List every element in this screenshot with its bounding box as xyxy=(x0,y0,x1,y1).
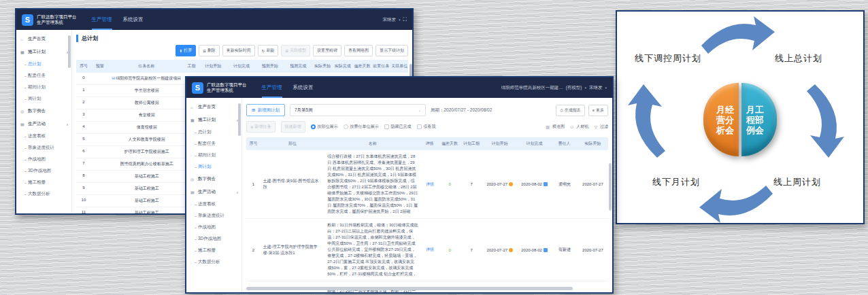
button-icon: ⊟ xyxy=(203,49,206,53)
week-select[interactable]: 7月第5周 ⌄ xyxy=(290,104,426,116)
sidebar-item[interactable]: 作战地图 xyxy=(16,154,71,165)
sidebar-item[interactable]: ▤ 生产活动 ∧ xyxy=(16,118,71,131)
sidebar-item[interactable]: 大数据分析 xyxy=(186,256,241,268)
sidebar-item[interactable]: 3D作战地图 xyxy=(16,165,71,177)
sidebar-item[interactable]: 周计划 xyxy=(16,93,71,105)
sidebar-item-label: 总计划 xyxy=(198,129,212,135)
table-row[interactable]: 2 土建-理工学院与护理学院教学楼-第3层-流水段1 粉刷：31日外墙粉刷完成，… xyxy=(246,219,608,281)
sidebar-item[interactable]: 进度看板 xyxy=(186,198,241,210)
sidebar-item-label: 3D作战地图 xyxy=(28,168,51,174)
funnel-icon: ▽ xyxy=(594,124,597,129)
sidebar-item[interactable]: ▤ 生产活动 ∧ xyxy=(186,186,241,198)
toolbar-button[interactable]: ↻ 刷新 xyxy=(258,45,279,56)
table-row[interactable]: 1 土建-图书馆-第9层-图书馆流水段 综合楼行政楼：27日 东单体机房层浇筑完… xyxy=(246,150,608,219)
toolbar-button[interactable]: 设置里程碑 xyxy=(313,45,341,56)
sidebar-item[interactable]: ⌂ 生产首页 xyxy=(16,33,71,46)
column-header: 计划开始 xyxy=(482,137,517,150)
fullscreen-icon[interactable]: ⛶ xyxy=(403,16,407,23)
column-header: 计划完成 xyxy=(517,137,552,150)
radio-by-unit[interactable]: 按责任单位展示 xyxy=(344,124,379,130)
sidebar-item[interactable]: 总计划 xyxy=(186,126,241,138)
column-header: 计划工期 xyxy=(461,137,482,150)
vertical-scrollbar[interactable] xyxy=(609,163,612,211)
sidebar-item[interactable]: 施工相册 xyxy=(16,177,71,188)
detail-link[interactable]: 详情 xyxy=(421,179,439,190)
cell-task-name: 人文和教育学院楼层 xyxy=(109,134,184,145)
cell-plan-finish: 2020-08-02 xyxy=(517,179,552,189)
sidebar-item[interactable]: ⌂ 生产首页 xyxy=(186,101,241,114)
toolbar-button[interactable]: ⊞ 关联模型 xyxy=(281,45,310,56)
user-menu[interactable]: 宋继发 xyxy=(589,85,603,91)
quick-add-button[interactable]: 快速新增 xyxy=(281,121,305,133)
sidebar-item-label: 3D作战地图 xyxy=(198,236,221,242)
sidebar-item[interactable]: 期间计划 xyxy=(186,150,241,161)
toolbar-button[interactable]: ⬆ 打开 xyxy=(176,45,197,56)
clock-icon xyxy=(509,182,513,186)
sidebar-item[interactable]: 进度看板 xyxy=(16,131,71,142)
sidebar-item[interactable]: 总计划 xyxy=(16,58,71,70)
detail-link[interactable]: 详情 xyxy=(421,244,439,256)
sidebar-item[interactable]: 形象进度统计 xyxy=(16,142,71,154)
horizontal-scrollbar[interactable] xyxy=(246,287,573,290)
project-selector[interactable]: 绵阳师范学院高新校区一期建… xyxy=(501,85,563,91)
sidebar-item-label: 生产活动 xyxy=(198,189,216,195)
new-task-button[interactable]: ⊕ 新增任务 xyxy=(246,121,276,133)
new-week-plan-button[interactable]: ⊞ 新增周计划 xyxy=(246,104,285,116)
sidebar-item[interactable]: 施工相册 xyxy=(186,245,241,256)
sidebar-item[interactable]: 3D作战地图 xyxy=(186,233,241,245)
cell-warning xyxy=(91,109,109,121)
sidebar-item-label: 期间计划 xyxy=(198,152,216,158)
sidebar-item-label: 总计划 xyxy=(28,61,41,67)
sidebar-item[interactable]: 配套任务 xyxy=(16,70,71,82)
sidebar-item-label: 施工相册 xyxy=(198,247,216,254)
nav-production-tab[interactable]: 生产管理 xyxy=(262,77,282,98)
checkbox-hide-done[interactable]: 隐藏已完成 xyxy=(384,124,412,130)
sidebar-item[interactable]: 期间计划 xyxy=(16,82,71,93)
radio-by-part[interactable]: 按部位展示 xyxy=(311,124,338,130)
sidebar-item[interactable]: 周计划 xyxy=(186,161,241,173)
checkbox-only-me[interactable]: 仅看我 xyxy=(417,124,436,130)
chevron-down-icon: ⌄ xyxy=(418,108,421,112)
filter-button[interactable]: ▽过滤 xyxy=(594,124,608,130)
sidebar-item[interactable]: 大数据分析 xyxy=(16,188,71,200)
sidebar-item[interactable]: ◎ 数字例会 xyxy=(186,173,241,186)
cell-task-name: 基础工程施工 xyxy=(109,195,184,207)
cell-warning xyxy=(91,183,109,194)
sidebar-item[interactable]: ◎ 数字例会 xyxy=(16,105,71,118)
sidebar-item-icon: ⌂ xyxy=(20,37,26,41)
sidebar-item[interactable]: 配套任务 xyxy=(186,138,241,150)
cell-seq: 3 xyxy=(76,109,91,121)
column-header: 责任人 xyxy=(552,137,578,150)
gantt-view-button[interactable]: ▥横道图 xyxy=(546,124,565,130)
sidebar-item[interactable]: ▦ 施工计划 ∧ xyxy=(186,114,241,126)
weekly-toolbar-filters: ⊕ 新增任务 快速新增 按部位展示 按责任单位展示 隐藏已完成 仅看我 ▥横道图… xyxy=(246,121,608,133)
app-logo-icon: S xyxy=(192,82,203,94)
sidebar-item-label: 施工计划 xyxy=(198,117,216,123)
sidebar-item-label: 大数据分析 xyxy=(28,191,50,197)
generate-report-button[interactable]: ⎙ 生成报表 xyxy=(556,105,584,116)
labor-material-button[interactable]: ⚇人材机 xyxy=(570,124,588,130)
radio-icon xyxy=(311,124,316,129)
sidebar-item-icon: ▤ xyxy=(190,190,196,194)
top-nav: 生产管理 系统设置 xyxy=(92,10,144,30)
period-range: 周期：2020/07/27 - 2020/08/02 xyxy=(431,107,492,114)
sidebar-item[interactable]: ▦ 施工计划 ∧ xyxy=(16,46,71,58)
toolbar-button[interactable]: 显示下级计划 xyxy=(375,45,408,56)
cell-seq: 1 xyxy=(76,85,91,97)
expand-icon[interactable]: ⊟ xyxy=(112,76,115,80)
nav-settings-tab[interactable]: 系统设置 xyxy=(123,10,144,30)
nav-production-tab[interactable]: 生产管理 xyxy=(92,10,112,30)
toolbar-button[interactable]: 更新实际时间 xyxy=(222,45,255,56)
sidebar-item[interactable]: 作战地图 xyxy=(186,222,241,233)
toolbar-button[interactable]: ⊟ 删除 xyxy=(199,45,220,56)
cell-task-name: 食堂楼层 xyxy=(109,109,184,121)
column-header: 偏差天数 xyxy=(439,137,461,150)
cycle-arrow-right-icon xyxy=(697,14,779,56)
more-button[interactable]: ≡ 更多 xyxy=(588,105,608,116)
button-icon: ⬆ xyxy=(180,49,183,53)
toolbar-button[interactable]: 查看网络图 xyxy=(344,45,373,56)
nav-settings-tab[interactable]: 系统设置 xyxy=(293,77,314,98)
sidebar-item[interactable]: 形象进度统计 xyxy=(186,210,241,222)
user-menu[interactable]: 宋继发 xyxy=(382,17,396,23)
column-header: 工期 xyxy=(184,60,199,73)
